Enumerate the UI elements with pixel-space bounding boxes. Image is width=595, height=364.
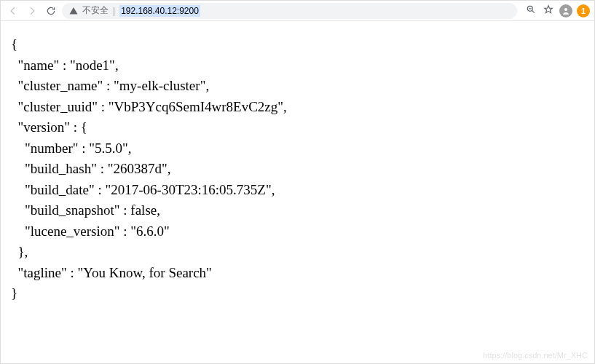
- json-line: "tagline" : "You Know, for Search": [11, 265, 212, 280]
- right-icon-group: 1: [524, 4, 590, 17]
- arrow-right-icon: [27, 6, 37, 16]
- security-label: 不安全: [82, 4, 109, 17]
- insecure-warning-icon: [69, 7, 78, 15]
- url-box[interactable]: 不安全 | 192.168.40.12:9200: [62, 3, 517, 19]
- profile-avatar-icon[interactable]: [559, 4, 572, 17]
- json-line: }: [11, 285, 17, 301]
- back-button[interactable]: [5, 3, 21, 19]
- notification-badge[interactable]: 1: [577, 4, 590, 17]
- json-line: "build_date" : "2017-06-30T23:16:05.735Z…: [11, 182, 275, 197]
- json-line: {: [11, 36, 17, 52]
- json-line: "number" : "5.5.0",: [11, 141, 132, 156]
- svg-point-1: [564, 8, 567, 11]
- json-line: "name" : "node1",: [11, 58, 119, 73]
- arrow-left-icon: [8, 6, 18, 16]
- json-line: "build_snapshot" : false,: [11, 202, 160, 218]
- json-content: { "name" : "node1", "cluster_name" : "my…: [1, 21, 594, 317]
- zoom-icon[interactable]: [524, 4, 537, 17]
- json-line: "cluster_name" : "my-elk-cluster",: [11, 78, 209, 93]
- json-line: "cluster_uuid" : "VbP3Ycq6SemI4wr8EvC2zg…: [11, 99, 287, 114]
- separator: |: [113, 6, 115, 16]
- reload-icon: [46, 6, 56, 16]
- address-bar: 不安全 | 192.168.40.12:9200 1: [1, 1, 594, 21]
- url-text[interactable]: 192.168.40.12:9200: [119, 5, 200, 17]
- json-line: "lucene_version" : "6.6.0": [11, 223, 170, 239]
- json-line: "version" : {: [11, 119, 87, 135]
- json-line: "build_hash" : "260387d",: [11, 161, 170, 176]
- watermark: https://blog.csdn.net/Mr_XHC: [483, 351, 588, 360]
- bookmark-star-icon[interactable]: [542, 4, 555, 17]
- forward-button[interactable]: [24, 3, 40, 19]
- reload-button[interactable]: [43, 3, 59, 19]
- json-line: },: [11, 244, 28, 259]
